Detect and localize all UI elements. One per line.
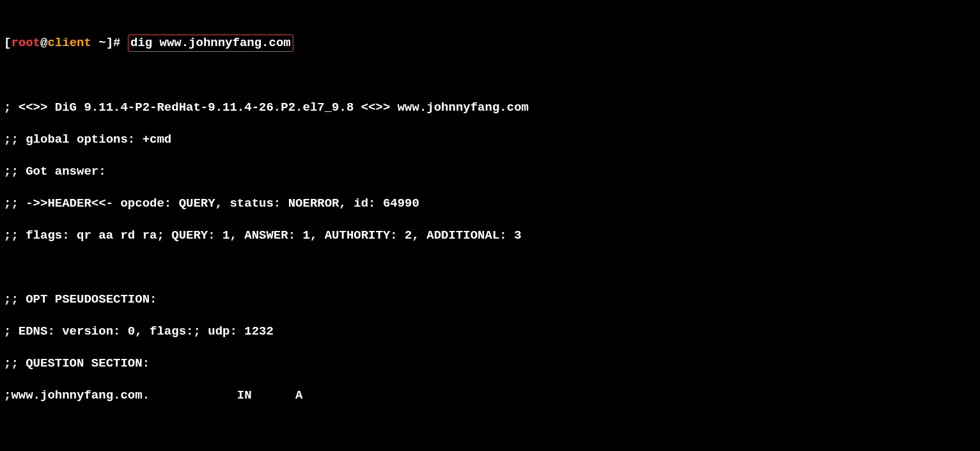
blank-line [4, 420, 976, 436]
output-line: ;; Got answer: [4, 164, 976, 180]
highlighted-command: dig www.johnnyfang.com [128, 35, 293, 52]
blank-line [4, 260, 976, 276]
output-line: ;; flags: qr aa rd ra; QUERY: 1, ANSWER:… [4, 228, 976, 244]
prompt-line: [root@client ~]# dig www.johnnyfang.com [4, 35, 976, 52]
output-line: ;; OPT PSEUDOSECTION: [4, 292, 976, 308]
output-line: ;; ->>HEADER<<- opcode: QUERY, status: N… [4, 196, 976, 212]
blank-line [4, 68, 976, 84]
output-line: ;www.johnnyfang.com. IN A [4, 388, 976, 404]
output-line: ;; QUESTION SECTION: [4, 356, 976, 372]
terminal-window[interactable]: [root@client ~]# dig www.johnnyfang.com … [0, 0, 980, 451]
output-line: ; EDNS: version: 0, flags:; udp: 1232 [4, 324, 976, 340]
output-line: ; <<>> DiG 9.11.4-P2-RedHat-9.11.4-26.P2… [4, 100, 976, 116]
output-line: ;; global options: +cmd [4, 132, 976, 148]
